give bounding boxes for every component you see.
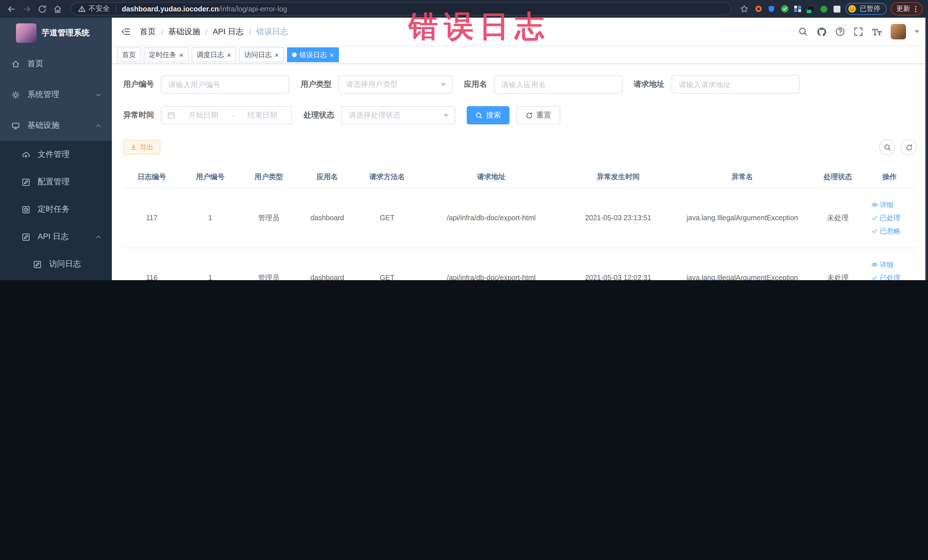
- column-header: 操作: [862, 172, 917, 182]
- bookmark-star-icon[interactable]: [738, 3, 750, 15]
- tab-调度日志[interactable]: 调度日志×: [191, 47, 236, 62]
- tab-访问日志[interactable]: 访问日志×: [239, 47, 284, 62]
- user-id-input[interactable]: [161, 75, 289, 93]
- sidebar-item-label: 访问日志: [49, 259, 103, 269]
- close-tab-icon[interactable]: ×: [275, 51, 279, 58]
- browser-back-button[interactable]: [6, 3, 17, 15]
- breadcrumb-infrastructure[interactable]: 基础设施: [168, 26, 200, 37]
- column-header: 异常名: [671, 172, 814, 182]
- browser-refresh-button[interactable]: [37, 3, 48, 15]
- eye-icon: [871, 261, 878, 268]
- tab-label: 首页: [122, 50, 136, 60]
- show-search-toggle-button[interactable]: [879, 139, 895, 155]
- extension-icon[interactable]: [754, 4, 763, 14]
- sidebar-item-infrastructure[interactable]: 基础设施: [0, 110, 112, 141]
- reset-button[interactable]: 重置: [516, 106, 560, 124]
- kebab-menu-icon: [914, 5, 917, 13]
- cloud-icon: [22, 150, 31, 159]
- browser-toolbar: 不安全 dashboard.yudao.iocoder.cn/infra/log…: [0, 0, 928, 18]
- user-menu-caret-icon[interactable]: [914, 30, 919, 33]
- extension-icon[interactable]: [793, 4, 802, 14]
- cell-request-url: /api/infra/db-doc/export-html: [417, 274, 565, 280]
- screen: 不安全 dashboard.yudao.iocoder.cn/infra/log…: [0, 0, 928, 280]
- font-size-icon[interactable]: [872, 26, 882, 37]
- tab-label: 访问日志: [244, 50, 272, 60]
- breadcrumb-api-log[interactable]: API 日志: [213, 26, 244, 37]
- extension-icon[interactable]: [767, 4, 776, 14]
- user-type-label: 用户类型: [301, 79, 338, 90]
- sidebar-item-access-log[interactable]: 访问日志: [0, 250, 112, 278]
- close-tab-icon[interactable]: ×: [227, 51, 231, 58]
- extension-icon[interactable]: [832, 4, 841, 14]
- date-separator: -: [232, 111, 234, 119]
- sidebar-item-home[interactable]: 首页: [0, 49, 112, 79]
- sidebar-item-error-log[interactable]: 错误日志: [0, 278, 112, 280]
- column-header: 处理状态: [814, 172, 862, 182]
- paused-extension-badge[interactable]: 已暂停: [846, 3, 887, 15]
- extension-icon[interactable]: [819, 4, 829, 14]
- user-avatar[interactable]: [891, 24, 906, 40]
- github-icon[interactable]: [817, 26, 827, 37]
- column-header: 异常发生时间: [565, 172, 671, 182]
- main-panel: 首页 / 基础设施 / API 日志 / 错误日志: [112, 18, 928, 280]
- close-tab-icon[interactable]: ×: [330, 51, 334, 58]
- divider: [116, 5, 116, 12]
- cell-log-id: 116: [123, 274, 180, 280]
- page-content: 用户编号 用户类型 请选择用户类型 应用名: [112, 64, 928, 280]
- mark-ignored-link[interactable]: 已忽略: [871, 226, 901, 236]
- tab-定时任务[interactable]: 定时任务×: [144, 47, 189, 62]
- filter-row-2: 异常时间 开始日期 - 结束日期 处理状态 请选择处理状态: [123, 106, 917, 124]
- mark-processed-link[interactable]: 已处理: [871, 273, 901, 280]
- breadcrumb-home[interactable]: 首页: [140, 26, 156, 37]
- breadcrumb-current: 错误日志: [256, 26, 288, 37]
- app-logo[interactable]: 芋道管理系统: [0, 18, 112, 49]
- user-type-select[interactable]: 请选择用户类型: [338, 75, 452, 93]
- sidebar-collapse-button[interactable]: [121, 27, 131, 37]
- detail-link[interactable]: 详细: [871, 260, 893, 270]
- extension-icon[interactable]: [806, 4, 815, 14]
- edit-icon: [33, 260, 42, 269]
- sidebar-item-api-log[interactable]: API 日志: [0, 223, 112, 250]
- detail-link[interactable]: 详细: [871, 200, 893, 210]
- check-icon: [871, 227, 878, 235]
- chevron-up-icon: [94, 232, 103, 241]
- sidebar-item-config-mgmt[interactable]: 配置管理: [0, 168, 112, 196]
- column-header: 应用名: [297, 172, 357, 182]
- cell-log-id: 117: [123, 214, 180, 222]
- extension-icon[interactable]: [780, 4, 789, 14]
- sidebar-item-label: 基础设施: [27, 121, 94, 131]
- request-url-input[interactable]: [671, 75, 800, 93]
- update-label: 更新: [896, 4, 910, 14]
- tab-错误日志[interactable]: 错误日志×: [287, 47, 339, 62]
- fullscreen-icon[interactable]: [853, 27, 863, 37]
- page-scrollbar[interactable]: [925, 18, 928, 280]
- refresh-table-button[interactable]: [901, 139, 917, 155]
- help-icon[interactable]: [835, 27, 845, 37]
- cell-exception-time: 2021-05-03 12:02:31: [565, 274, 671, 280]
- chevron-up-icon: [94, 121, 103, 130]
- request-url-label: 请求地址: [633, 79, 671, 90]
- tab-首页[interactable]: 首页: [117, 47, 141, 62]
- sidebar-item-file-mgmt[interactable]: 文件管理: [0, 141, 112, 168]
- column-header: 用户类型: [240, 172, 297, 182]
- export-button[interactable]: 导出: [123, 140, 160, 155]
- search-button[interactable]: 搜索: [467, 106, 510, 124]
- exception-time-range-picker[interactable]: 开始日期 - 结束日期: [161, 106, 292, 124]
- header-search-icon[interactable]: [798, 27, 808, 37]
- calendar-icon: [167, 111, 175, 119]
- column-header: 请求地址: [417, 172, 565, 182]
- mark-processed-link[interactable]: 已处理: [871, 213, 901, 223]
- process-status-select[interactable]: 请选择处理状态: [341, 106, 455, 124]
- browser-forward-button[interactable]: [21, 3, 32, 15]
- browser-home-button[interactable]: [52, 3, 63, 15]
- sidebar-item-system-mgmt[interactable]: 系统管理: [0, 79, 112, 110]
- start-date-placeholder: 开始日期: [180, 110, 227, 121]
- close-tab-icon[interactable]: ×: [179, 51, 183, 58]
- user-id-label: 用户编号: [123, 79, 161, 90]
- address-bar[interactable]: 不安全 dashboard.yudao.iocoder.cn/infra/log…: [71, 2, 731, 15]
- app-name-input[interactable]: [494, 75, 622, 93]
- table-row: 1161管理员dashboardGET/api/infra/db-doc/exp…: [123, 248, 917, 280]
- browser-update-button[interactable]: 更新: [891, 2, 923, 15]
- tab-label: 调度日志: [197, 50, 224, 60]
- sidebar-item-scheduled-task[interactable]: 定时任务: [0, 196, 112, 223]
